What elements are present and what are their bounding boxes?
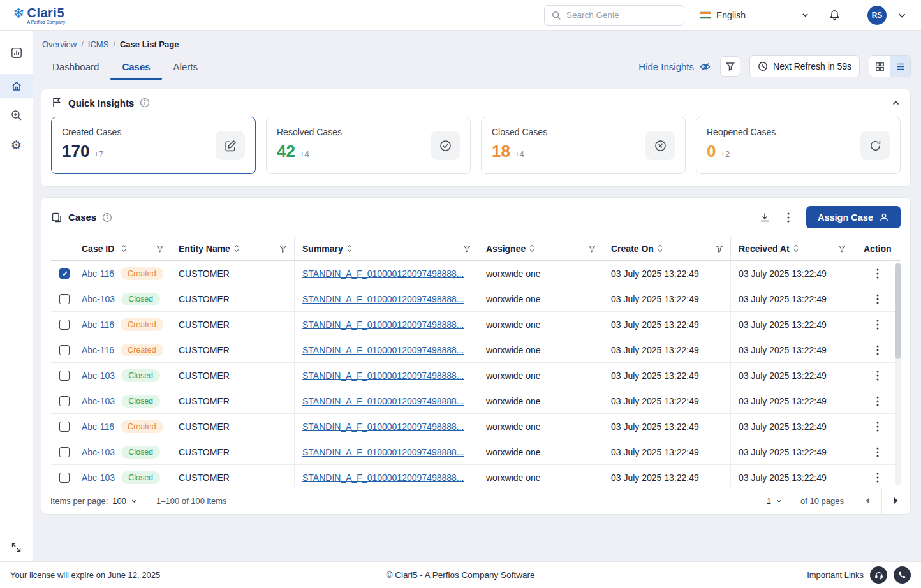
search-genie-box[interactable] <box>544 5 684 26</box>
phone-icon[interactable] <box>894 566 911 584</box>
stat-card-reopened-cases[interactable]: Reopened Cases 0 +2 <box>696 117 901 174</box>
sort-icon[interactable] <box>346 244 353 253</box>
grid-view-button[interactable] <box>869 56 890 77</box>
case-id-link[interactable]: Abc-103 <box>82 294 115 304</box>
sort-icon[interactable] <box>529 244 535 253</box>
notifications-bell-icon[interactable] <box>829 9 841 21</box>
row-actions-kebab[interactable] <box>874 368 881 383</box>
language-selector[interactable]: English <box>700 10 809 20</box>
important-links[interactable]: Important Links <box>807 570 864 580</box>
stat-card-resolved-cases[interactable]: Resolved Cases 42 +4 <box>266 117 471 174</box>
row-actions-kebab[interactable] <box>874 266 881 281</box>
sidebar-item-home[interactable] <box>0 74 33 98</box>
tab-alerts[interactable]: Alerts <box>162 54 209 80</box>
page-select[interactable]: 1 <box>758 487 792 514</box>
table-row[interactable]: Abc-103 Closed CUSTOMER STANDIN_A_F_0100… <box>51 286 901 312</box>
breadcrumb-icms[interactable]: ICMS <box>88 40 109 49</box>
sidebar-item-analytics[interactable] <box>0 41 33 65</box>
header-received-at[interactable]: Received At <box>731 237 853 260</box>
profile-chevron-down-icon[interactable] <box>897 10 907 20</box>
row-checkbox[interactable] <box>59 422 70 432</box>
summary-link[interactable]: STANDIN_A_F_010000120097498888... <box>302 371 464 381</box>
summary-link[interactable]: STANDIN_A_F_010000120097498888... <box>302 320 464 330</box>
header-entity-name[interactable]: Entity Name <box>171 237 295 260</box>
filter-button[interactable] <box>720 56 740 77</box>
row-actions-kebab[interactable] <box>874 317 881 332</box>
column-funnel-icon[interactable] <box>156 244 165 253</box>
table-row[interactable]: Abc-103 Closed CUSTOMER STANDIN_A_F_0100… <box>51 363 901 388</box>
case-id-link[interactable]: Abc-116 <box>82 320 114 330</box>
row-actions-kebab[interactable] <box>874 470 881 485</box>
stat-card-created-cases[interactable]: Created Cases 170 +7 <box>51 117 256 174</box>
table-row[interactable]: Abc-103 Closed CUSTOMER STANDIN_A_F_0100… <box>51 465 901 487</box>
next-refresh-timer[interactable]: Next Refresh in 59s <box>749 55 860 77</box>
hide-insights-toggle[interactable]: Hide Insights <box>638 61 711 73</box>
case-id-link[interactable]: Abc-103 <box>82 447 115 457</box>
sort-icon[interactable] <box>233 244 240 253</box>
header-assignee[interactable]: Assignee <box>478 237 603 260</box>
breadcrumb-overview[interactable]: Overview <box>42 40 77 49</box>
expand-icon[interactable] <box>11 543 21 552</box>
table-scrollbar[interactable] <box>895 262 901 485</box>
table-row[interactable]: Abc-103 Closed CUSTOMER STANDIN_A_F_0100… <box>51 439 901 465</box>
summary-link[interactable]: STANDIN_A_F_010000120097498888... <box>302 268 464 279</box>
column-funnel-icon[interactable] <box>837 244 846 253</box>
info-icon[interactable] <box>140 98 150 108</box>
row-checkbox[interactable] <box>59 371 70 381</box>
search-input[interactable] <box>566 10 677 20</box>
summary-link[interactable]: STANDIN_A_F_010000120097498888... <box>302 473 464 483</box>
sort-icon[interactable] <box>121 244 127 253</box>
table-row[interactable]: Abc-116 Created CUSTOMER STANDIN_A_F_010… <box>51 261 901 286</box>
row-checkbox[interactable] <box>59 473 70 483</box>
summary-link[interactable]: STANDIN_A_F_010000120097498888... <box>302 447 464 457</box>
case-id-link[interactable]: Abc-103 <box>82 473 115 483</box>
header-summary[interactable]: Summary <box>295 237 478 260</box>
download-icon[interactable] <box>759 212 770 223</box>
prev-page-button[interactable] <box>853 487 881 514</box>
row-actions-kebab[interactable] <box>874 291 881 307</box>
user-avatar[interactable]: RS <box>867 6 887 25</box>
row-actions-kebab[interactable] <box>874 393 881 409</box>
items-per-page-select[interactable]: Items per page: 100 <box>41 487 147 514</box>
info-icon[interactable] <box>102 212 112 223</box>
sort-icon[interactable] <box>793 244 799 253</box>
list-view-button[interactable] <box>890 56 910 77</box>
scrollbar-thumb[interactable] <box>895 263 901 359</box>
table-row[interactable]: Abc-103 Closed CUSTOMER STANDIN_A_F_0100… <box>51 388 901 414</box>
row-checkbox[interactable] <box>59 396 70 406</box>
table-row[interactable]: Abc-116 Created CUSTOMER STANDIN_A_F_010… <box>51 312 901 337</box>
tab-dashboard[interactable]: Dashboard <box>41 54 110 80</box>
header-case-id[interactable]: Case ID <box>74 237 171 260</box>
stat-card-closed-cases[interactable]: Closed Cases 18 +4 <box>481 117 686 174</box>
row-actions-kebab[interactable] <box>874 445 881 460</box>
row-actions-kebab[interactable] <box>874 419 881 434</box>
summary-link[interactable]: STANDIN_A_F_010000120097498888... <box>302 396 464 406</box>
row-checkbox[interactable] <box>59 268 70 279</box>
collapse-chevron-up-icon[interactable] <box>891 98 901 108</box>
sidebar-item-search[interactable] <box>0 103 33 128</box>
case-id-link[interactable]: Abc-116 <box>82 345 114 355</box>
row-actions-kebab[interactable] <box>874 342 881 358</box>
case-id-link[interactable]: Abc-116 <box>82 422 114 432</box>
tab-cases[interactable]: Cases <box>110 54 161 80</box>
table-row[interactable]: Abc-116 Created CUSTOMER STANDIN_A_F_010… <box>51 414 901 439</box>
assign-case-button[interactable]: Assign Case <box>806 206 901 228</box>
column-funnel-icon[interactable] <box>587 244 596 253</box>
summary-link[interactable]: STANDIN_A_F_010000120097498888... <box>302 345 464 355</box>
case-id-link[interactable]: Abc-116 <box>82 268 114 279</box>
row-checkbox[interactable] <box>59 294 70 304</box>
sort-icon[interactable] <box>657 244 663 253</box>
cases-kebab-menu[interactable] <box>785 210 792 225</box>
summary-link[interactable]: STANDIN_A_F_010000120097498888... <box>302 294 464 304</box>
case-id-link[interactable]: Abc-103 <box>82 396 115 406</box>
next-page-button[interactable] <box>882 487 910 514</box>
column-funnel-icon[interactable] <box>462 244 471 253</box>
summary-link[interactable]: STANDIN_A_F_010000120097498888... <box>302 422 464 432</box>
column-funnel-icon[interactable] <box>715 244 724 253</box>
header-create-on[interactable]: Create On <box>603 237 731 260</box>
column-funnel-icon[interactable] <box>279 244 288 253</box>
row-checkbox[interactable] <box>59 447 70 457</box>
sidebar-item-settings[interactable]: ⚙ <box>0 133 33 157</box>
support-headset-icon[interactable] <box>870 566 887 584</box>
case-id-link[interactable]: Abc-103 <box>82 371 115 381</box>
